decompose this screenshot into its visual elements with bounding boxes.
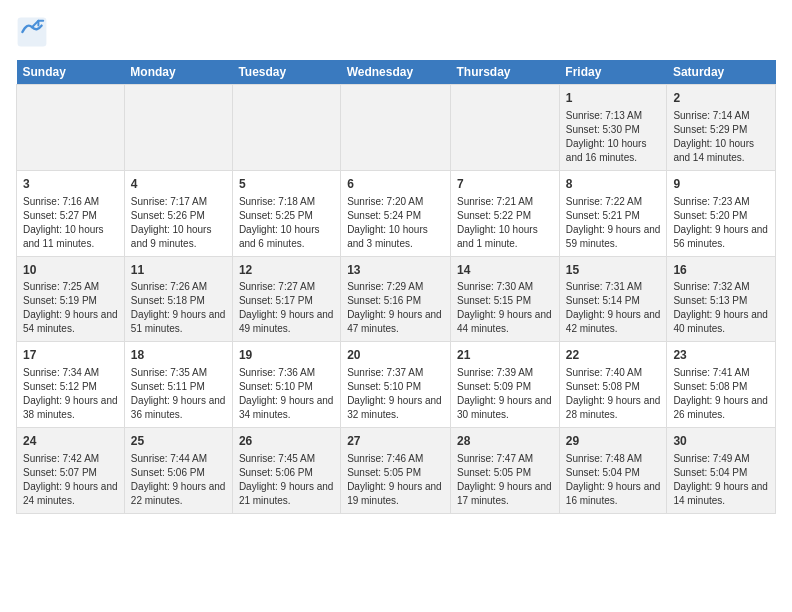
calendar-cell: 13Sunrise: 7:29 AM Sunset: 5:16 PM Dayli…: [341, 256, 451, 342]
calendar-cell: 2Sunrise: 7:14 AM Sunset: 5:29 PM Daylig…: [667, 85, 776, 171]
calendar-cell: 21Sunrise: 7:39 AM Sunset: 5:09 PM Dayli…: [451, 342, 560, 428]
day-info: Sunrise: 7:47 AM Sunset: 5:05 PM Dayligh…: [457, 452, 553, 508]
calendar-cell: 19Sunrise: 7:36 AM Sunset: 5:10 PM Dayli…: [232, 342, 340, 428]
weekday-header-friday: Friday: [559, 60, 667, 85]
day-info: Sunrise: 7:42 AM Sunset: 5:07 PM Dayligh…: [23, 452, 118, 508]
day-number: 14: [457, 262, 553, 279]
calendar-cell: 3Sunrise: 7:16 AM Sunset: 5:27 PM Daylig…: [17, 170, 125, 256]
calendar-cell: 20Sunrise: 7:37 AM Sunset: 5:10 PM Dayli…: [341, 342, 451, 428]
day-info: Sunrise: 7:18 AM Sunset: 5:25 PM Dayligh…: [239, 195, 334, 251]
day-info: Sunrise: 7:29 AM Sunset: 5:16 PM Dayligh…: [347, 280, 444, 336]
day-number: 28: [457, 433, 553, 450]
logo-icon: [16, 16, 48, 52]
day-info: Sunrise: 7:34 AM Sunset: 5:12 PM Dayligh…: [23, 366, 118, 422]
day-number: 22: [566, 347, 661, 364]
calendar-cell: 6Sunrise: 7:20 AM Sunset: 5:24 PM Daylig…: [341, 170, 451, 256]
day-info: Sunrise: 7:45 AM Sunset: 5:06 PM Dayligh…: [239, 452, 334, 508]
day-number: 12: [239, 262, 334, 279]
day-number: 20: [347, 347, 444, 364]
day-number: 18: [131, 347, 226, 364]
calendar-cell: 22Sunrise: 7:40 AM Sunset: 5:08 PM Dayli…: [559, 342, 667, 428]
day-info: Sunrise: 7:30 AM Sunset: 5:15 PM Dayligh…: [457, 280, 553, 336]
weekday-header-tuesday: Tuesday: [232, 60, 340, 85]
calendar-cell: 11Sunrise: 7:26 AM Sunset: 5:18 PM Dayli…: [124, 256, 232, 342]
day-info: Sunrise: 7:48 AM Sunset: 5:04 PM Dayligh…: [566, 452, 661, 508]
day-info: Sunrise: 7:16 AM Sunset: 5:27 PM Dayligh…: [23, 195, 118, 251]
calendar-cell: 25Sunrise: 7:44 AM Sunset: 5:06 PM Dayli…: [124, 428, 232, 514]
day-info: Sunrise: 7:44 AM Sunset: 5:06 PM Dayligh…: [131, 452, 226, 508]
calendar-cell: 9Sunrise: 7:23 AM Sunset: 5:20 PM Daylig…: [667, 170, 776, 256]
day-number: 10: [23, 262, 118, 279]
calendar-cell: 18Sunrise: 7:35 AM Sunset: 5:11 PM Dayli…: [124, 342, 232, 428]
weekday-header-saturday: Saturday: [667, 60, 776, 85]
weekday-header-sunday: Sunday: [17, 60, 125, 85]
day-number: 15: [566, 262, 661, 279]
day-info: Sunrise: 7:26 AM Sunset: 5:18 PM Dayligh…: [131, 280, 226, 336]
calendar-cell: 24Sunrise: 7:42 AM Sunset: 5:07 PM Dayli…: [17, 428, 125, 514]
calendar-cell: 12Sunrise: 7:27 AM Sunset: 5:17 PM Dayli…: [232, 256, 340, 342]
calendar-cell: 8Sunrise: 7:22 AM Sunset: 5:21 PM Daylig…: [559, 170, 667, 256]
day-info: Sunrise: 7:41 AM Sunset: 5:08 PM Dayligh…: [673, 366, 769, 422]
day-number: 24: [23, 433, 118, 450]
logo: [16, 16, 54, 52]
day-info: Sunrise: 7:14 AM Sunset: 5:29 PM Dayligh…: [673, 109, 769, 165]
day-info: Sunrise: 7:32 AM Sunset: 5:13 PM Dayligh…: [673, 280, 769, 336]
calendar-cell: [451, 85, 560, 171]
calendar-table: SundayMondayTuesdayWednesdayThursdayFrid…: [16, 60, 776, 514]
day-number: 8: [566, 176, 661, 193]
day-info: Sunrise: 7:17 AM Sunset: 5:26 PM Dayligh…: [131, 195, 226, 251]
day-info: Sunrise: 7:39 AM Sunset: 5:09 PM Dayligh…: [457, 366, 553, 422]
day-info: Sunrise: 7:46 AM Sunset: 5:05 PM Dayligh…: [347, 452, 444, 508]
weekday-header-wednesday: Wednesday: [341, 60, 451, 85]
day-number: 23: [673, 347, 769, 364]
day-info: Sunrise: 7:20 AM Sunset: 5:24 PM Dayligh…: [347, 195, 444, 251]
calendar-cell: 23Sunrise: 7:41 AM Sunset: 5:08 PM Dayli…: [667, 342, 776, 428]
day-number: 5: [239, 176, 334, 193]
day-number: 30: [673, 433, 769, 450]
day-number: 6: [347, 176, 444, 193]
day-info: Sunrise: 7:23 AM Sunset: 5:20 PM Dayligh…: [673, 195, 769, 251]
weekday-header-monday: Monday: [124, 60, 232, 85]
day-number: 27: [347, 433, 444, 450]
day-info: Sunrise: 7:13 AM Sunset: 5:30 PM Dayligh…: [566, 109, 661, 165]
weekday-header-thursday: Thursday: [451, 60, 560, 85]
calendar-cell: 29Sunrise: 7:48 AM Sunset: 5:04 PM Dayli…: [559, 428, 667, 514]
page-header: [16, 16, 776, 52]
day-info: Sunrise: 7:21 AM Sunset: 5:22 PM Dayligh…: [457, 195, 553, 251]
day-number: 3: [23, 176, 118, 193]
calendar-cell: 15Sunrise: 7:31 AM Sunset: 5:14 PM Dayli…: [559, 256, 667, 342]
day-info: Sunrise: 7:37 AM Sunset: 5:10 PM Dayligh…: [347, 366, 444, 422]
day-info: Sunrise: 7:22 AM Sunset: 5:21 PM Dayligh…: [566, 195, 661, 251]
day-info: Sunrise: 7:25 AM Sunset: 5:19 PM Dayligh…: [23, 280, 118, 336]
day-number: 29: [566, 433, 661, 450]
calendar-cell: 5Sunrise: 7:18 AM Sunset: 5:25 PM Daylig…: [232, 170, 340, 256]
day-number: 17: [23, 347, 118, 364]
calendar-cell: [17, 85, 125, 171]
day-number: 1: [566, 90, 661, 107]
day-number: 4: [131, 176, 226, 193]
calendar-cell: 28Sunrise: 7:47 AM Sunset: 5:05 PM Dayli…: [451, 428, 560, 514]
day-number: 2: [673, 90, 769, 107]
day-info: Sunrise: 7:27 AM Sunset: 5:17 PM Dayligh…: [239, 280, 334, 336]
day-info: Sunrise: 7:31 AM Sunset: 5:14 PM Dayligh…: [566, 280, 661, 336]
day-number: 21: [457, 347, 553, 364]
day-info: Sunrise: 7:49 AM Sunset: 5:04 PM Dayligh…: [673, 452, 769, 508]
calendar-cell: 27Sunrise: 7:46 AM Sunset: 5:05 PM Dayli…: [341, 428, 451, 514]
calendar-cell: 10Sunrise: 7:25 AM Sunset: 5:19 PM Dayli…: [17, 256, 125, 342]
day-number: 25: [131, 433, 226, 450]
calendar-cell: 30Sunrise: 7:49 AM Sunset: 5:04 PM Dayli…: [667, 428, 776, 514]
day-info: Sunrise: 7:36 AM Sunset: 5:10 PM Dayligh…: [239, 366, 334, 422]
day-number: 26: [239, 433, 334, 450]
day-number: 11: [131, 262, 226, 279]
calendar-cell: 14Sunrise: 7:30 AM Sunset: 5:15 PM Dayli…: [451, 256, 560, 342]
calendar-cell: [341, 85, 451, 171]
day-number: 7: [457, 176, 553, 193]
calendar-cell: 16Sunrise: 7:32 AM Sunset: 5:13 PM Dayli…: [667, 256, 776, 342]
day-info: Sunrise: 7:40 AM Sunset: 5:08 PM Dayligh…: [566, 366, 661, 422]
calendar-cell: 7Sunrise: 7:21 AM Sunset: 5:22 PM Daylig…: [451, 170, 560, 256]
day-number: 13: [347, 262, 444, 279]
calendar-cell: 26Sunrise: 7:45 AM Sunset: 5:06 PM Dayli…: [232, 428, 340, 514]
calendar-cell: 4Sunrise: 7:17 AM Sunset: 5:26 PM Daylig…: [124, 170, 232, 256]
day-number: 16: [673, 262, 769, 279]
day-number: 9: [673, 176, 769, 193]
